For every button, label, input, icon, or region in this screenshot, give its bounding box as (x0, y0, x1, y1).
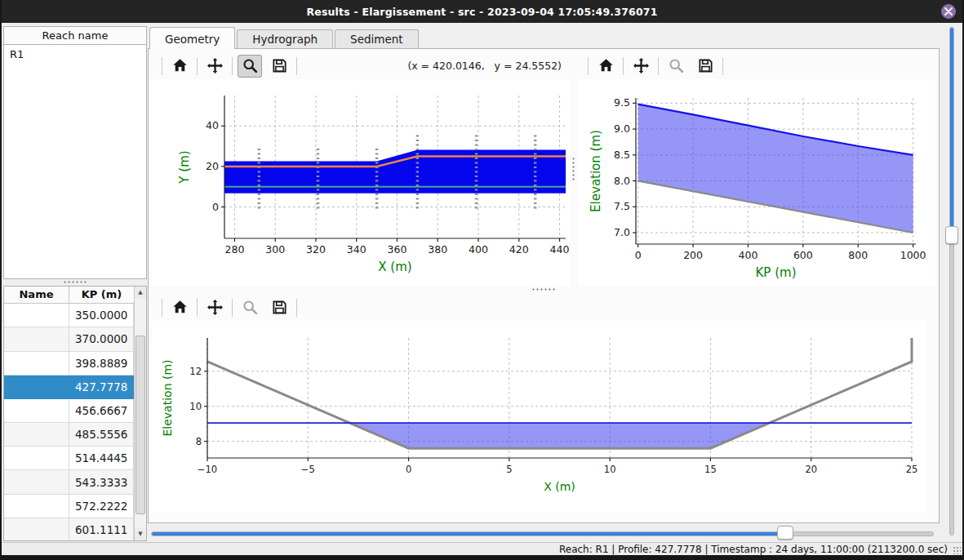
column-header-name[interactable]: Name (4, 287, 69, 303)
window-edge (2, 555, 962, 560)
table-row[interactable]: 398.8889 (4, 352, 134, 376)
table-row[interactable]: 485.5556 (4, 423, 134, 447)
table-cell[interactable]: 350.0000 (69, 304, 134, 327)
tab-hydrograph[interactable]: Hydrograph (237, 29, 333, 48)
svg-text:380: 380 (428, 243, 447, 256)
reach-list[interactable]: R1 (3, 45, 147, 279)
table-row[interactable]: 456.6667 (4, 399, 134, 423)
svg-text:8.5: 8.5 (614, 149, 630, 161)
plan-view-chart[interactable]: 28030032034036038040042044002040X (m)Y (… (152, 79, 570, 286)
divider (197, 57, 198, 75)
window-title: Results - Elargissement - src - 2023-09-… (306, 6, 657, 18)
table-cell[interactable]: 370.0000 (69, 327, 134, 351)
table-cell[interactable] (4, 352, 69, 376)
svg-text:8: 8 (196, 436, 202, 447)
table-row[interactable]: 350.0000 (4, 304, 134, 327)
table-cell[interactable]: 601.1111 (69, 518, 134, 540)
table-cell[interactable] (4, 399, 69, 423)
divider (232, 57, 233, 75)
table-cell[interactable] (4, 423, 69, 447)
svg-text:360: 360 (388, 243, 407, 256)
home-icon (171, 299, 189, 316)
down-arrow-icon[interactable]: ▼ (135, 528, 146, 540)
svg-text:280: 280 (225, 243, 245, 256)
splitter-handle[interactable] (531, 287, 556, 292)
zoom-button[interactable] (238, 55, 262, 78)
svg-text:40: 40 (206, 119, 219, 131)
table-cell[interactable] (4, 304, 69, 327)
time-slider-track[interactable] (151, 531, 934, 536)
pan-button[interactable] (629, 55, 653, 78)
time-slider[interactable] (151, 525, 934, 542)
vertical-slider-track[interactable] (949, 27, 954, 536)
column-header-kp[interactable]: KP (m) (69, 287, 134, 303)
svg-text:440: 440 (550, 243, 570, 256)
cross-section-chart[interactable]: −10−5051015202581012X (m)Elevation (m) (152, 321, 926, 513)
table-cell[interactable] (4, 470, 69, 494)
save-button[interactable] (267, 55, 291, 78)
svg-text:12: 12 (189, 366, 202, 377)
table-cell[interactable] (4, 376, 69, 399)
scrollbar-thumb[interactable] (135, 336, 145, 514)
table-scrollbar[interactable]: ▲ ▼ (134, 287, 146, 540)
splitter-handle[interactable] (63, 280, 87, 285)
pan-button[interactable] (202, 296, 227, 319)
long-profile-chart[interactable]: 020040060080010007.07.58.08.59.09.5KP (m… (578, 79, 935, 286)
svg-text:10: 10 (604, 464, 616, 475)
resize-grip[interactable] (953, 546, 961, 554)
pan-button[interactable] (202, 55, 227, 78)
table-cell[interactable]: 456.6667 (69, 399, 134, 423)
splitter-handle[interactable] (571, 157, 576, 181)
table-cell[interactable]: 485.5556 (69, 423, 134, 447)
plot-toolbar: (x = 420.0146, y = 24.5552) (152, 52, 570, 79)
table-row[interactable]: 427.7778 (4, 376, 134, 399)
magnifier-icon (242, 299, 259, 316)
plot-toolbar (578, 52, 935, 79)
home-button[interactable] (593, 55, 618, 78)
up-arrow-icon[interactable]: ▲ (135, 287, 146, 299)
divider (162, 57, 162, 75)
save-button[interactable] (693, 55, 717, 78)
profile-rows: 350.0000370.0000398.8889427.7778456.6667… (4, 304, 134, 540)
vertical-slider-handle[interactable] (945, 226, 958, 244)
table-cell[interactable] (4, 447, 69, 470)
table-row[interactable]: 514.4445 (4, 447, 134, 470)
zoom-button[interactable] (238, 296, 262, 319)
table-row[interactable]: 601.1111 (4, 518, 134, 540)
floppy-icon (271, 57, 288, 74)
window-body: Reach name R1 Name KP (m) 350.0000370.00… (2, 23, 962, 542)
home-button[interactable] (167, 296, 192, 319)
home-button[interactable] (167, 55, 192, 78)
reach-list-item[interactable]: R1 (4, 45, 146, 64)
table-cell[interactable] (4, 327, 69, 351)
titlebar[interactable]: Results - Elargissement - src - 2023-09-… (2, 0, 962, 23)
table-row[interactable]: 370.0000 (4, 327, 134, 351)
vertical-slider[interactable] (944, 27, 960, 536)
table-cell[interactable] (4, 495, 69, 518)
svg-text:−10: −10 (198, 464, 217, 475)
table-cell[interactable]: 572.2222 (69, 495, 134, 518)
tab-sediment[interactable]: Sediment (335, 29, 419, 48)
divider (722, 57, 723, 75)
tab-geometry[interactable]: Geometry (149, 27, 235, 49)
zoom-button[interactable] (664, 55, 688, 78)
svg-text:400: 400 (469, 243, 488, 256)
table-cell[interactable]: 427.7778 (69, 376, 134, 399)
table-row[interactable]: 572.2222 (4, 495, 134, 518)
table-row[interactable]: 543.3333 (4, 470, 134, 494)
svg-text:800: 800 (848, 249, 868, 261)
status-text: Reach: R1 | Profile: 427.7778 | Timestam… (559, 544, 948, 555)
magnifier-icon (668, 57, 685, 74)
table-cell[interactable]: 514.4445 (69, 447, 134, 470)
table-cell[interactable]: 398.8889 (69, 352, 134, 376)
time-slider-handle[interactable] (777, 526, 793, 540)
table-cell[interactable]: 543.3333 (69, 470, 134, 494)
table-cell[interactable] (4, 518, 69, 540)
close-button[interactable] (941, 4, 956, 19)
divider (162, 299, 162, 317)
svg-text:5: 5 (506, 464, 512, 475)
svg-text:0: 0 (406, 464, 411, 475)
scrollbar-track[interactable] (135, 299, 146, 528)
save-button[interactable] (267, 296, 291, 319)
plan-view-plot-unit: (x = 420.0146, y = 24.5552) 280300320340… (152, 52, 570, 286)
